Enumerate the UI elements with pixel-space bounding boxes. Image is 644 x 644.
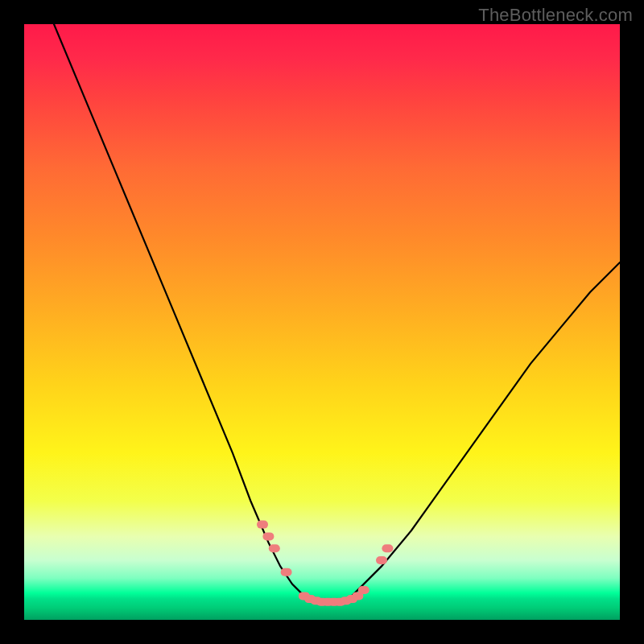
watermark-label: TheBottleneck.com [478,5,633,26]
curve-layer [24,24,620,620]
marker-group [261,525,389,602]
chart-frame: TheBottleneck.com [0,0,644,644]
bottleneck-curve [54,24,620,602]
plot-area [24,24,620,620]
